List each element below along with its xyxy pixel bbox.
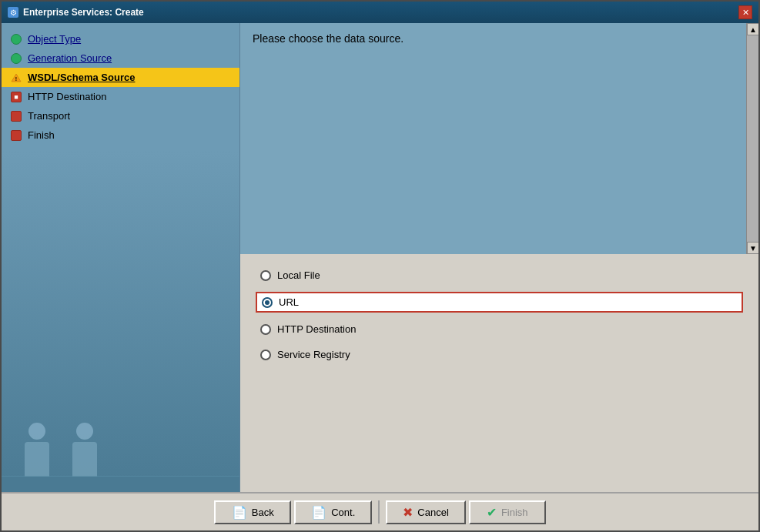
footer-separator [378, 500, 380, 524]
radio-label-service-registry: Service Registry [277, 349, 350, 360]
title-bar: ⚙ Enterprise Services: Create ✕ [2, 2, 758, 23]
nav-item-object-type[interactable]: Object Type [2, 29, 239, 49]
radio-inner-url [265, 300, 270, 305]
cancel-label: Cancel [417, 507, 448, 518]
window-icon: ⚙ [8, 7, 18, 18]
nav-label-transport: Transport [28, 110, 70, 122]
status-dot-error-2 [11, 111, 22, 122]
content-area: Object Type Generation Source ! WSDL [2, 23, 758, 492]
back-icon: 📄 [232, 505, 247, 520]
scroll-down-button[interactable]: ▼ [747, 242, 758, 254]
right-bottom-area: Local File URL HTTP Destination [240, 254, 758, 492]
main-window: ⚙ Enterprise Services: Create ✕ Object T… [0, 0, 760, 532]
nav-label-object-type: Object Type [28, 33, 81, 45]
left-panel: Object Type Generation Source ! WSDL [2, 23, 240, 492]
footer: 📄 Back 📄 Cont. ✖ Cancel ✔ Finish [2, 492, 758, 530]
status-dot-error-3 [11, 130, 22, 141]
radio-circle-url [262, 297, 273, 308]
finish-label: Finish [501, 507, 528, 518]
cancel-icon: ✖ [403, 505, 413, 520]
figure-head-1 [28, 423, 45, 440]
svg-text:!: ! [15, 76, 17, 82]
radio-option-service-registry[interactable]: Service Registry [256, 346, 743, 363]
radio-circle-http-dest [260, 324, 271, 335]
scroll-up-button[interactable]: ▲ [747, 23, 758, 35]
radio-option-local-file[interactable]: Local File [256, 266, 743, 284]
nav-label-generation-source: Generation Source [28, 52, 112, 64]
figure-body-2 [72, 442, 97, 477]
back-label: Back [252, 507, 274, 518]
nav-item-wsdl-schema[interactable]: ! WSDL/Schema Source [2, 68, 239, 87]
figure-1 [25, 423, 49, 477]
decorative-figures [25, 423, 97, 477]
nav-item-finish: Finish [2, 125, 239, 145]
nav-list: Object Type Generation Source ! WSDL [2, 23, 239, 151]
finish-button[interactable]: ✔ Finish [469, 500, 546, 524]
left-bottom-decoration [2, 151, 239, 492]
radio-option-http-dest[interactable]: HTTP Destination [256, 320, 743, 338]
nav-label-wsdl-schema: WSDL/Schema Source [28, 72, 135, 83]
options-area: Local File URL HTTP Destination [256, 266, 743, 363]
nav-label-http-dest: HTTP Destination [28, 91, 106, 102]
window-title: Enterprise Services: Create [23, 7, 144, 18]
radio-option-url[interactable]: URL [256, 292, 743, 313]
cont-button[interactable]: 📄 Cont. [294, 500, 372, 524]
radio-label-local-file: Local File [277, 269, 320, 281]
status-dot-green-2 [11, 53, 22, 64]
instruction-text: Please choose the data source. [240, 23, 758, 54]
nav-item-transport: Transport [2, 106, 239, 125]
nav-label-finish: Finish [28, 129, 55, 141]
radio-label-http-dest: HTTP Destination [277, 323, 356, 335]
cont-icon: 📄 [311, 505, 326, 520]
status-dot-warning: ! [11, 73, 22, 82]
finish-icon: ✔ [487, 505, 497, 520]
status-dot-green-1 [11, 34, 22, 45]
status-dot-error-1: ■ [11, 92, 22, 102]
figure-2 [72, 423, 97, 477]
scrollbar[interactable]: ▲ ▼ [746, 23, 758, 254]
back-button[interactable]: 📄 Back [214, 500, 291, 524]
right-panel: Please choose the data source. ▲ ▼ Local… [240, 23, 758, 492]
nav-item-generation-source[interactable]: Generation Source [2, 49, 239, 68]
radio-circle-service-registry [260, 350, 271, 360]
right-top-area: Please choose the data source. ▲ ▼ [240, 23, 758, 254]
ground-base [2, 477, 239, 492]
cancel-button[interactable]: ✖ Cancel [386, 500, 465, 524]
figure-head-2 [76, 423, 93, 440]
cont-label: Cont. [331, 507, 355, 518]
left-bg [2, 151, 239, 492]
figure-body-1 [25, 442, 49, 477]
title-bar-left: ⚙ Enterprise Services: Create [8, 7, 144, 18]
radio-circle-local-file [260, 270, 271, 281]
radio-label-url: URL [279, 296, 299, 308]
nav-item-http-dest: ■ HTTP Destination [2, 87, 239, 106]
close-button[interactable]: ✕ [738, 5, 752, 19]
